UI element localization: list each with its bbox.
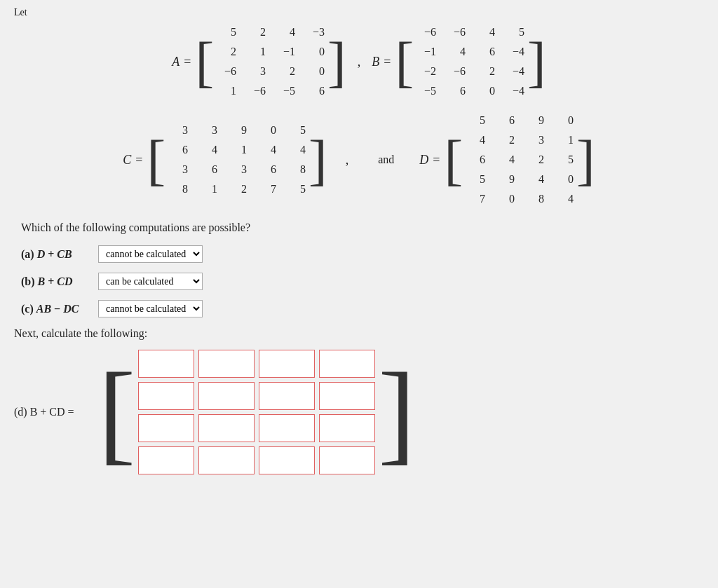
bcd-input-3-2[interactable]	[259, 446, 315, 474]
next-section: Next, calculate the following: (d) B + C…	[14, 327, 704, 474]
equals-ab: =	[184, 55, 191, 69]
equals-b: =	[384, 55, 391, 69]
comma-ab: ,	[358, 55, 361, 69]
computation-row-c: (c) AB − DC cannot be calculated can be …	[21, 300, 704, 317]
question-text: Which of the following computations are …	[21, 221, 704, 234]
comp-c-label: (c) AB − DC	[21, 303, 91, 315]
bcd-input-0-1[interactable]	[198, 350, 255, 378]
equals-d: =	[433, 153, 440, 167]
matrix-a-grid: 5 2 4 −3 2 1 −1 0 −6 3 2 0 1 −6 −5 6	[217, 24, 325, 100]
bracket-b-left: [	[395, 34, 414, 90]
matrix-b-label: B	[372, 55, 379, 69]
bcd-input-1-1[interactable]	[198, 382, 255, 410]
bcd-input-2-0[interactable]	[138, 414, 194, 442]
bcd-input-2-3[interactable]	[319, 414, 375, 442]
matrix-d-label: D	[419, 153, 428, 167]
bracket-bcd-right: ]	[378, 370, 415, 454]
bracket-c-right: ]	[309, 132, 327, 188]
bcd-input-3-0[interactable]	[138, 446, 194, 474]
comp-a-dropdown[interactable]: cannot be calculated can be calculated	[98, 245, 203, 263]
let-label: Let	[14, 7, 704, 18]
matrix-b-grid: −6 −6 4 5 −1 4 6 −4 −2 −6 2 −4 −5 6 0 −4	[416, 24, 524, 100]
bracket-bcd-left: [	[98, 370, 135, 454]
matrix-row-ab: A = [ 5 2 4 −3 2 1 −1 0 −6 3 2 0 1 −6 −5…	[172, 24, 546, 100]
bcd-label: (d) B + CD =	[14, 406, 91, 418]
matrix-c-label: C	[123, 153, 131, 167]
matrix-row-cd: C = [ 3 3 9 0 5 6 4 1 4 4 3 6 3 6 8 8 1	[123, 112, 595, 207]
bcd-input-3-3[interactable]	[319, 446, 375, 474]
bcd-input-1-2[interactable]	[259, 382, 315, 410]
bracket-d-right: ]	[576, 132, 595, 188]
equals-c: =	[135, 153, 142, 167]
bcd-input-grid	[138, 350, 375, 474]
bracket-b-right: ]	[527, 34, 546, 90]
comp-b-dropdown[interactable]: cannot be calculated can be calculated	[98, 273, 203, 290]
bcd-input-2-2[interactable]	[259, 414, 315, 442]
matrix-d-grid: 5 6 9 0 4 2 3 1 6 4 2 5 5 9 4 0 7 0 8 4	[466, 112, 574, 207]
bcd-input-1-3[interactable]	[319, 382, 375, 410]
bcd-row: (d) B + CD = [	[14, 350, 704, 474]
next-text: Next, calculate the following:	[14, 327, 704, 340]
bracket-a-right: ]	[327, 34, 346, 90]
computation-row-b: (b) B + CD cannot be calculated can be c…	[21, 273, 704, 290]
bcd-matrix-wrap: [	[98, 350, 416, 474]
matrix-c-grid: 3 3 9 0 5 6 4 1 4 4 3 6 3 6 8 8 1 2 7 5	[168, 122, 306, 198]
comp-b-label: (b) B + CD	[21, 275, 91, 288]
bcd-input-0-3[interactable]	[319, 350, 375, 378]
matrix-a-label: A	[172, 55, 180, 69]
bcd-input-3-1[interactable]	[198, 446, 255, 474]
bracket-a-left: [	[195, 34, 214, 90]
bcd-input-2-1[interactable]	[198, 414, 255, 442]
comp-a-label: (a) D + CB	[21, 248, 91, 261]
matrix-d-wrap: D = [ 5 6 9 0 4 2 3 1 6 4 2 5 5 9 4 0 7	[419, 112, 595, 207]
comma-cd: ,	[346, 153, 349, 167]
bcd-input-0-0[interactable]	[138, 350, 194, 378]
matrix-a-wrap: A = [ 5 2 4 −3 2 1 −1 0 −6 3 2 0 1 −6 −5…	[172, 24, 346, 100]
bcd-input-1-0[interactable]	[138, 382, 194, 410]
bracket-c-left: [	[147, 132, 165, 188]
bcd-input-0-2[interactable]	[259, 350, 315, 378]
computations-section: Which of the following computations are …	[21, 221, 704, 317]
bracket-d-left: [	[444, 132, 463, 188]
computation-row-a: (a) D + CB cannot be calculated can be c…	[21, 245, 704, 263]
matrix-b-wrap: B = [ −6 −6 4 5 −1 4 6 −4 −2 −6 2 −4 −5 …	[372, 24, 546, 100]
matrix-c-wrap: C = [ 3 3 9 0 5 6 4 1 4 4 3 6 3 6 8 8 1	[123, 122, 327, 198]
and-sign: and	[378, 153, 394, 166]
comp-c-dropdown[interactable]: cannot be calculated can be calculated	[98, 300, 203, 317]
